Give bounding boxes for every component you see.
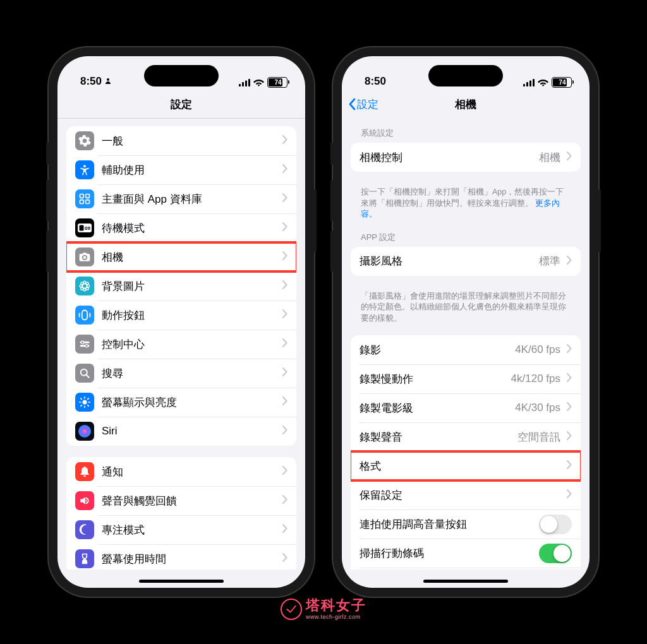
list-item-standby[interactable]: 09待機模式 [66,213,296,242]
side-power [314,189,317,253]
row-label: 輔助使用 [102,163,279,177]
row-value: 4k/120 fps [511,373,560,385]
nav-title: 相機 [455,97,476,112]
list-item-toggle: 顯示偵測到的文字 [351,568,581,569]
list-item-bell[interactable]: 通知 [66,457,296,486]
wifi-icon [253,79,264,86]
row-value: 4K/30 fps [515,402,560,414]
chevron-right-icon [567,489,572,501]
toggle-switch[interactable] [539,544,572,563]
list-item-siri[interactable]: Siri [66,417,296,446]
list-item-focus[interactable]: 專注模式 [66,515,296,544]
row-label: Siri [102,425,279,438]
svg-rect-7 [86,194,90,198]
phone-right: 8:50 74 設定 [333,47,598,597]
list-item-sound[interactable]: 聲音與觸覺回饋 [66,486,296,515]
row-label: 專注模式 [102,523,279,537]
home-indicator [139,580,224,583]
list-item-search[interactable]: 搜尋 [66,359,296,388]
chevron-right-icon [282,425,287,438]
row-label: 搜尋 [102,366,279,381]
svg-rect-33 [529,80,531,86]
siri-icon [75,422,94,441]
list-item[interactable]: 錄製慢動作4k/120 fps [351,364,581,393]
side-volume-up [330,180,333,222]
list-item-camera[interactable]: 相機 [66,242,296,271]
chevron-right-icon [282,494,287,507]
row-label: 格式 [360,459,563,474]
watermark: 塔科女子 www.tech-girlz.com [281,599,366,620]
svg-rect-32 [526,82,528,86]
svg-text:09: 09 [85,225,90,231]
nav-title: 設定 [171,97,192,112]
svg-point-0 [107,78,109,81]
list-item[interactable]: 保留設定 [351,480,581,510]
list-item-wallpaper[interactable]: 背景圖片 [66,271,296,301]
svg-point-19 [86,282,88,285]
list-item[interactable]: 錄製電影級4K/30 fps [351,393,581,422]
chevron-right-icon [567,460,572,472]
chevron-right-icon [282,523,287,536]
svg-point-20 [81,287,83,290]
nav-bar: 設定 相機 [342,90,590,119]
sound-icon [75,491,94,510]
section-header: 系統設定 [351,128,581,143]
list-item-action[interactable]: 動作按鈕 [66,301,296,330]
footer-text: 按一下「相機控制」來打開「相機」App，然後再按一下來將「相機控制」用做快門。輕… [361,188,564,208]
row-label: 控制中心 [102,337,279,352]
row-label: 連拍使用調高音量按鈕 [360,517,539,532]
row-label: 相機 [102,250,279,265]
control-icon [75,335,94,354]
svg-point-5 [83,165,86,167]
svg-point-30 [78,425,91,438]
battery-icon: 74 [552,77,572,88]
svg-rect-8 [80,200,84,204]
side-power [598,189,601,253]
chevron-right-icon [282,251,287,263]
nav-back-button[interactable]: 設定 [348,90,378,118]
chevron-right-icon [282,552,287,565]
list-item[interactable]: 格式 [351,451,581,480]
side-volume-up [46,180,49,222]
chevron-right-icon [282,396,287,408]
list-item-brightness[interactable]: 螢幕顯示與亮度 [66,388,296,417]
chevron-right-icon [282,367,287,379]
brightness-icon [75,393,94,412]
settings-group-photo-style: 攝影風格 標準 [351,247,581,276]
list-item-gear[interactable]: 一般 [66,126,296,155]
chevron-right-icon [567,151,572,164]
row-photo-style[interactable]: 攝影風格 標準 [351,247,581,276]
status-time: 8:50 [80,75,102,88]
settings-group-2: 通知聲音與觸覺回饋專注模式螢幕使用時間 [66,457,296,569]
row-label: 通知 [102,465,279,479]
list-item[interactable]: 錄製聲音空間音訊 [351,422,581,451]
settings-group-1: 一般輔助使用主畫面與 App 資料庫09待機模式相機背景圖片動作按鈕控制中心搜尋… [66,126,296,446]
screen-right: 8:50 74 設定 [342,56,590,588]
list-item-accessibility[interactable]: 輔助使用 [66,155,296,184]
svg-rect-34 [533,79,535,86]
row-value: 標準 [539,254,560,268]
row-label: 一般 [102,134,279,148]
settings-group-recording: 錄影4K/60 fps錄製慢動作4k/120 fps錄製電影級4K/30 fps… [351,335,581,569]
appgrid-icon [75,189,94,208]
chevron-right-icon [567,373,572,385]
list-item-screentime[interactable]: 螢幕使用時間 [66,544,296,569]
wifi-icon [538,79,548,86]
watermark-title: 塔科女子 [306,599,366,612]
list-item-control[interactable]: 控制中心 [66,330,296,359]
svg-point-14 [83,281,86,283]
toggle-switch[interactable] [539,515,572,534]
screentime-icon [75,549,94,568]
action-icon [75,306,94,325]
row-label: 攝影風格 [360,254,539,268]
list-item[interactable]: 錄影4K/60 fps [351,335,581,364]
section-footer: 「攝影風格」會使用進階的場景理解來調整照片不同部分的特定顏色。以精緻細節個人化膚… [351,287,581,336]
chevron-right-icon [282,193,287,205]
row-label: 錄製聲音 [360,430,517,444]
list-item-appgrid[interactable]: 主畫面與 App 資料庫 [66,184,296,213]
chevron-right-icon [567,402,572,414]
dynamic-island [428,65,503,86]
svg-point-25 [82,341,84,343]
row-camera-control[interactable]: 相機控制 相機 [351,143,581,172]
svg-rect-2 [242,82,244,86]
